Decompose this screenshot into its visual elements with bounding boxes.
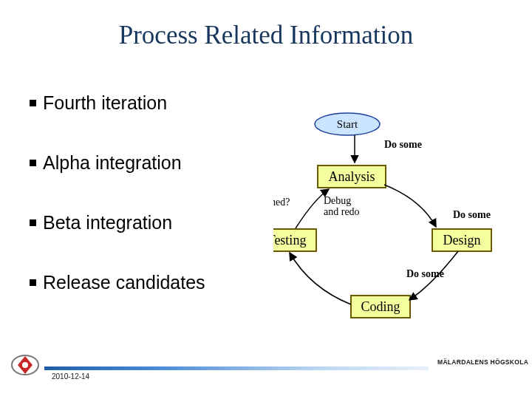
footer-divider: [44, 366, 429, 370]
label-do-some-2: Do some: [453, 209, 491, 220]
bullet-item: Fourth iteration: [30, 92, 205, 114]
bullet-item: Release candidates: [30, 272, 205, 293]
fer-logo: [10, 353, 40, 377]
edge-coding-testing: [290, 253, 351, 304]
node-start-label: Start: [337, 118, 358, 130]
node-testing-label: Testing: [273, 233, 306, 248]
bullet-item: Beta integration: [30, 212, 205, 233]
edge-analysis-design: [384, 185, 436, 227]
svg-point-1: [22, 362, 28, 368]
node-analysis-label: Analysis: [329, 169, 375, 184]
label-do-some-1: Do some: [384, 139, 422, 150]
label-debug-redo: Debug and redo: [324, 195, 360, 217]
node-design-label: Design: [443, 233, 481, 248]
malardalens-logo-text: MÄLARDALENS HÖGSKOLA: [437, 358, 528, 366]
footer: 2010-12-14 MÄLARDALENS HÖGSKOLA: [0, 355, 532, 386]
label-do-some-3: Do some: [406, 268, 444, 279]
bullet-list: Fourth iteration Alpha integration Beta …: [30, 92, 205, 332]
bullet-item: Alpha integration: [30, 152, 205, 174]
malardalens-logo: MÄLARDALENS HÖGSKOLA: [434, 352, 523, 372]
process-diagram: Start Analysis Design Coding Testing Do …: [273, 111, 525, 340]
footer-date: 2010-12-14: [52, 372, 89, 381]
node-coding-label: Coding: [361, 299, 400, 314]
label-finished: Finished?: [273, 197, 290, 208]
slide-title: Process Related Information: [0, 21, 532, 50]
